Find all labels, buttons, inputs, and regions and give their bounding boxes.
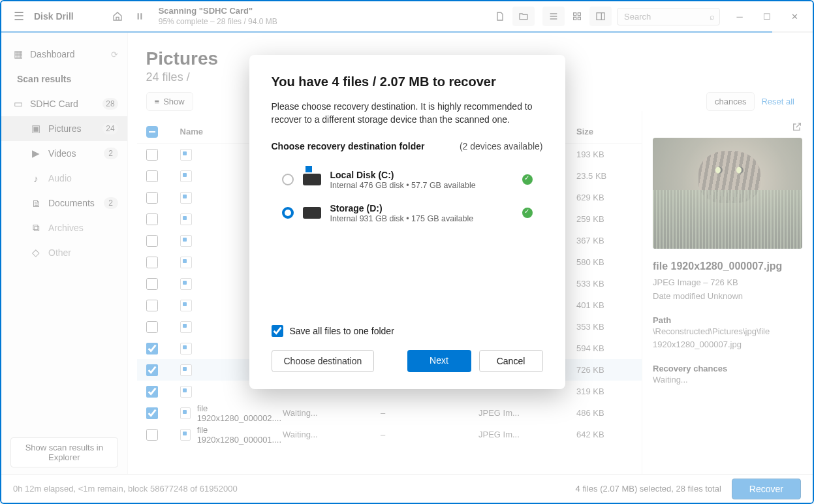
destination-name: Local Disk (C:): [330, 170, 476, 180]
modal-overlay: You have 4 files / 2.07 MB to recover Pl…: [1, 1, 813, 503]
save-one-folder-checkbox[interactable]: [272, 325, 283, 337]
check-ok-icon: [522, 208, 533, 218]
destination-option[interactable]: Local Disk (C:)Internal 476 GB disk • 57…: [272, 163, 543, 197]
destination-list: Local Disk (C:)Internal 476 GB disk • 57…: [272, 159, 543, 234]
destination-detail: Internal 476 GB disk • 57.7 GB available: [330, 181, 476, 190]
disk-icon: [303, 174, 321, 185]
radio-icon: [282, 174, 294, 185]
dialog-title: You have 4 files / 2.07 MB to recover: [272, 74, 543, 89]
choose-destination-button[interactable]: Choose destination: [272, 350, 375, 372]
destination-name: Storage (D:): [330, 203, 474, 213]
recovery-dialog: You have 4 files / 2.07 MB to recover Pl…: [249, 55, 565, 389]
disk-icon: [303, 207, 321, 219]
devices-available: (2 devices available): [460, 141, 543, 151]
cancel-button[interactable]: Cancel: [479, 350, 543, 372]
check-ok-icon: [522, 174, 533, 185]
destination-detail: Internal 931 GB disk • 175 GB available: [330, 214, 474, 223]
destination-option[interactable]: Storage (D:)Internal 931 GB disk • 175 G…: [272, 197, 543, 230]
choose-label: Choose recovery destination folder: [272, 141, 425, 151]
dialog-description: Please choose recovery destination. It i…: [272, 100, 543, 127]
next-button[interactable]: Next: [407, 350, 471, 372]
radio-icon: [282, 207, 294, 219]
save-one-folder-label: Save all files to one folder: [290, 326, 394, 336]
